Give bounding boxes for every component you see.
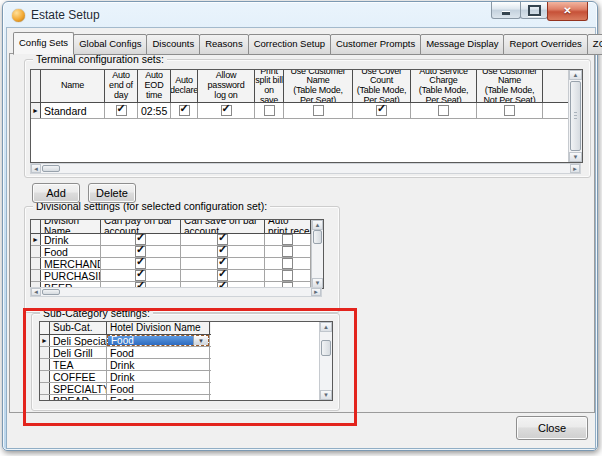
cell-division-name[interactable]: Drink	[41, 234, 101, 245]
cell-allow-password[interactable]: ✓	[198, 103, 255, 118]
cell-hotel-division-name[interactable]: Drink	[107, 371, 210, 382]
cell-use-customer-name[interactable]	[477, 103, 543, 118]
close-button[interactable]: Close	[516, 416, 588, 440]
cell-sub-cat[interactable]: BREAD	[50, 395, 107, 401]
cell-can-save-on-bar-account[interactable]: ✓	[181, 246, 265, 257]
tab-reasons[interactable]: Reasons	[199, 34, 249, 55]
table-row[interactable]: ►Drink✓✓	[31, 234, 323, 246]
cell-auto-print-rece[interactable]	[265, 270, 311, 281]
cell-auto-service-charge[interactable]	[411, 103, 477, 118]
cell-use-customer-name[interactable]	[284, 103, 353, 118]
subcategory-row[interactable]: COFFEEDrink	[40, 371, 211, 383]
cell-auto[interactable]: ✓	[105, 103, 138, 118]
combobox-dropdown-icon[interactable]: ▼	[193, 336, 208, 345]
checkbox[interactable]: ✓	[135, 246, 146, 257]
row-selector[interactable]	[40, 347, 50, 358]
cell-sub-cat[interactable]: SPECIALTY	[50, 383, 107, 394]
hscroll-thumb[interactable]	[42, 289, 60, 295]
cell-can-save-on-bar-account[interactable]: ✓	[181, 234, 265, 245]
cell-can-pay-on-bar-account[interactable]: ✓	[101, 246, 181, 257]
checkbox[interactable]: ✓	[217, 234, 228, 245]
row-selector[interactable]	[31, 270, 41, 281]
checkbox[interactable]: ✓	[376, 105, 387, 116]
column-header-use-customer-name[interactable]: Use Customer Name (Table Mode, Per Seat)	[284, 70, 353, 102]
checkbox[interactable]	[282, 258, 293, 269]
tab-discounts[interactable]: Discounts	[146, 34, 200, 55]
subcategory-row[interactable]: BREADFood	[40, 395, 211, 401]
tab-config-sets[interactable]: Config Sets	[13, 32, 74, 55]
row-selector[interactable]	[40, 371, 50, 382]
column-header-allow-password[interactable]: Allow password log on	[198, 70, 255, 102]
scroll-up-button[interactable]: ▲	[320, 322, 332, 332]
checkbox[interactable]	[264, 105, 275, 116]
column-header-auto[interactable]: Auto end of day	[105, 70, 138, 102]
cell-use-cover-count[interactable]: ✓	[353, 103, 411, 118]
column-header-auto-service-charge[interactable]: Auto Service Charge (Table Mode, Per Sea…	[411, 70, 477, 102]
column-header-can-pay-on-bar-account[interactable]: Can pay on bar account	[101, 220, 181, 233]
tab-global-configs[interactable]: Global Configs	[73, 34, 147, 55]
cell-print[interactable]	[255, 103, 284, 118]
cell-auto-print-rece[interactable]	[265, 234, 311, 245]
cell-name[interactable]: Standard	[41, 103, 105, 118]
tab-report-overrides[interactable]: Report Overrides	[503, 34, 587, 55]
cell-division-name[interactable]: PURCHASING	[41, 270, 101, 281]
hscroll-thumb[interactable]	[42, 165, 60, 172]
tab-customer-prompts[interactable]: Customer Prompts	[330, 34, 421, 55]
minimize-button[interactable]	[491, 2, 521, 19]
checkbox[interactable]	[313, 105, 324, 116]
column-header-print[interactable]: Print split bill on save	[255, 70, 284, 102]
cell-can-save-on-bar-account[interactable]: ✓	[181, 270, 265, 281]
row-selector[interactable]: ►	[31, 103, 41, 118]
cell-auto[interactable]: 02:55	[138, 103, 171, 118]
cell-sub-cat[interactable]: TEA	[50, 359, 107, 370]
row-selector[interactable]	[31, 246, 41, 257]
scroll-right-button[interactable]: ►	[311, 288, 321, 296]
vscroll-thumb[interactable]	[321, 340, 331, 356]
scroll-left-button[interactable]: ◄	[31, 288, 41, 296]
cell-auto-print-rece[interactable]	[265, 258, 311, 269]
cell-hotel-division-name[interactable]: Food▼	[107, 335, 210, 346]
column-header-auto[interactable]: Auto EOD time	[138, 70, 171, 102]
scroll-up-button[interactable]: ▲	[569, 70, 582, 80]
checkbox[interactable]: ✓	[179, 105, 190, 116]
table-row[interactable]: ►Standard✓02:55✓✓✓	[31, 103, 582, 119]
cell-division-name[interactable]: Food	[41, 246, 101, 257]
column-header-use-customer-name[interactable]: Use Customer Name (Table Mode, Not Per S…	[477, 70, 543, 102]
checkbox[interactable]: ✓	[135, 270, 146, 281]
add-button[interactable]: Add	[32, 183, 80, 203]
scroll-left-button[interactable]: ◄	[31, 164, 41, 173]
column-header-auto[interactable]: Auto declare	[171, 70, 198, 102]
checkbox[interactable]: ✓	[116, 105, 127, 116]
table-row[interactable]: Food✓✓	[31, 246, 323, 258]
delete-button[interactable]: Delete	[88, 183, 136, 203]
division-combobox[interactable]: Food▼	[107, 335, 209, 346]
checkbox[interactable]: ✓	[217, 258, 228, 269]
cell-sub-cat[interactable]: Deli Grill	[50, 347, 107, 358]
cell-division-name[interactable]: MERCHANDISE	[41, 258, 101, 269]
cell-hotel-division-name[interactable]: Drink	[107, 359, 210, 370]
row-selector[interactable]: ►	[40, 335, 50, 346]
column-header-name[interactable]: Name	[41, 70, 105, 102]
checkbox[interactable]	[282, 246, 293, 257]
cell-hotel-division-name[interactable]: Food	[107, 395, 210, 401]
column-header-auto-print-rece[interactable]: Auto print rece	[265, 220, 311, 233]
cell-can-pay-on-bar-account[interactable]: ✓	[101, 258, 181, 269]
row-selector[interactable]	[31, 258, 41, 269]
tab-message-display[interactable]: Message Display	[420, 34, 504, 55]
scroll-down-button[interactable]: ▼	[569, 152, 582, 162]
checkbox[interactable]	[282, 234, 293, 245]
row-selector[interactable]: ►	[31, 234, 41, 245]
vscroll-thumb[interactable]	[570, 81, 581, 151]
subcategory-row[interactable]: TEADrink	[40, 359, 211, 371]
column-header-use-cover-count[interactable]: Use Cover Count (Table Mode, Per Seat)	[353, 70, 411, 102]
checkbox[interactable]: ✓	[221, 105, 232, 116]
cell-hotel-division-name[interactable]: Food	[107, 383, 210, 394]
column-header-can-save-on-bar-account[interactable]: Can save on bar account	[181, 220, 265, 233]
subcategory-row[interactable]: Deli GrillFood	[40, 347, 211, 359]
scroll-up-button[interactable]: ▲	[312, 220, 323, 230]
checkbox[interactable]: ✓	[135, 234, 146, 245]
cell-can-pay-on-bar-account[interactable]: ✓	[101, 270, 181, 281]
cell-sub-cat[interactable]: Deli Specialties	[50, 335, 107, 346]
maximize-button[interactable]	[520, 2, 548, 19]
subcategory-row[interactable]: ►Deli SpecialtiesFood▼	[40, 335, 211, 347]
